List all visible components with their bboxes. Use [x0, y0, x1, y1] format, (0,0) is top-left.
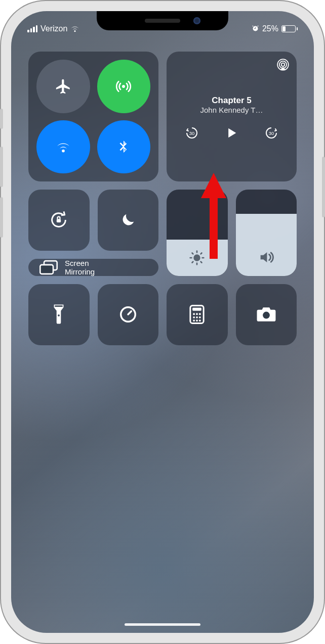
airplay-button[interactable] [276, 59, 290, 72]
device-frame: Verizon 25% [0, 0, 325, 644]
airplane-icon [55, 78, 72, 95]
front-camera [193, 17, 200, 24]
bluetooth-toggle[interactable] [97, 120, 151, 174]
camera-button[interactable] [236, 284, 297, 345]
screen-mirroring-icon [39, 260, 58, 275]
camera-icon [256, 306, 276, 323]
svg-point-19 [199, 316, 201, 318]
svg-point-14 [193, 313, 195, 315]
volume-down-button [0, 197, 3, 238]
svg-point-1 [281, 63, 285, 67]
orientation-lock-icon [49, 210, 69, 230]
svg-point-23 [263, 312, 270, 319]
control-center: Chapter 5 John Kennedy T… 30 30 [28, 52, 297, 345]
flashlight-icon [52, 304, 66, 325]
do-not-disturb-toggle[interactable] [98, 190, 159, 251]
skip-back-30-icon: 30 [184, 125, 199, 141]
media-subtitle: John Kennedy T… [200, 106, 263, 114]
battery-icon [281, 25, 298, 32]
screen: Verizon 25% [11, 11, 314, 633]
wifi-icon [70, 25, 79, 32]
volume-icon [258, 249, 275, 266]
svg-point-15 [196, 313, 198, 315]
speaker-grille [145, 19, 180, 23]
svg-rect-6 [57, 219, 61, 223]
alarm-icon [252, 25, 259, 32]
timer-button[interactable] [98, 284, 159, 345]
timer-icon [118, 305, 138, 324]
bluetooth-icon [116, 138, 131, 155]
skip-back-button[interactable]: 30 [184, 125, 199, 141]
svg-point-21 [196, 319, 198, 321]
silent-switch [0, 109, 3, 129]
notch [97, 11, 228, 30]
calculator-button[interactable] [167, 284, 228, 345]
volume-slider[interactable] [236, 190, 297, 276]
svg-text:30: 30 [189, 131, 194, 136]
skip-forward-30-icon: 30 [264, 125, 279, 141]
wifi-icon [55, 138, 72, 155]
screen-mirroring-button[interactable]: Screen Mirroring [28, 259, 158, 277]
volume-up-button [0, 147, 3, 187]
airplay-icon [276, 59, 290, 72]
airplane-mode-toggle[interactable] [36, 60, 90, 113]
orientation-lock-toggle[interactable] [28, 190, 90, 251]
svg-rect-13 [192, 308, 201, 311]
calculator-icon [189, 305, 205, 324]
play-icon [224, 126, 238, 140]
media-title: Chapter 5 [212, 96, 251, 106]
svg-point-0 [122, 85, 125, 88]
svg-marker-24 [201, 173, 226, 259]
power-button [322, 157, 325, 217]
svg-point-20 [193, 319, 195, 321]
cellular-antenna-icon [114, 77, 133, 96]
play-button[interactable] [224, 126, 238, 140]
svg-rect-10 [55, 305, 63, 307]
media-module[interactable]: Chapter 5 John Kennedy T… 30 30 [167, 52, 297, 181]
home-indicator[interactable] [125, 623, 200, 626]
svg-text:30: 30 [269, 131, 274, 136]
connectivity-module[interactable] [28, 52, 158, 181]
flashlight-button[interactable] [28, 284, 90, 345]
cellular-signal-icon [27, 25, 37, 32]
svg-point-17 [193, 316, 195, 318]
tutorial-arrow-annotation [198, 173, 229, 259]
svg-point-22 [199, 319, 201, 321]
svg-rect-9 [40, 265, 53, 274]
moon-icon [119, 211, 137, 228]
svg-point-18 [196, 316, 198, 318]
screen-mirroring-label: Screen Mirroring [65, 259, 95, 277]
skip-forward-button[interactable]: 30 [264, 125, 279, 141]
cellular-data-toggle[interactable] [97, 60, 151, 113]
svg-point-16 [199, 313, 201, 315]
carrier-label: Verizon [40, 24, 67, 33]
battery-pct-label: 25% [262, 24, 278, 33]
wifi-toggle[interactable] [36, 120, 90, 174]
